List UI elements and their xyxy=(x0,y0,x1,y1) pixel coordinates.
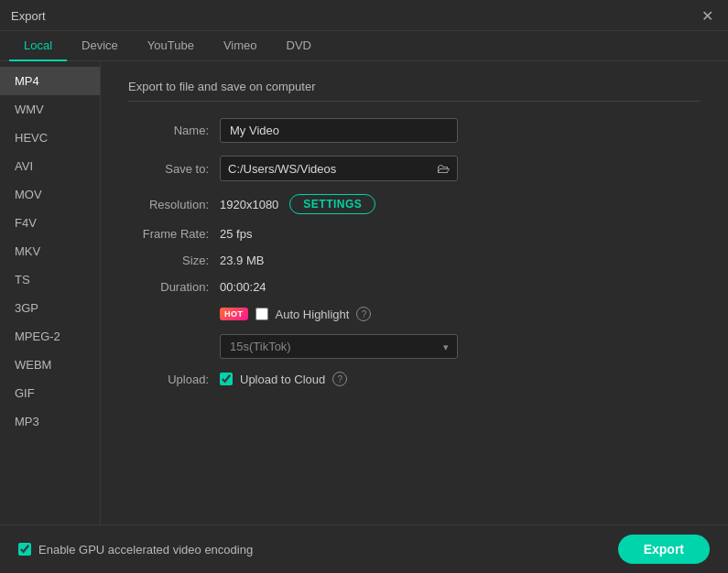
duration-value: 00:00:24 xyxy=(220,280,266,294)
gpu-row: Enable GPU accelerated video encoding xyxy=(18,543,253,557)
sidebar-item-mp4[interactable]: MP4 xyxy=(0,67,100,95)
sidebar-item-3gp[interactable]: 3GP xyxy=(0,294,100,322)
folder-icon[interactable]: 🗁 xyxy=(437,161,450,176)
name-input[interactable] xyxy=(220,118,458,143)
tab-youtube[interactable]: YouTube xyxy=(133,31,209,61)
duration-label: Duration: xyxy=(128,280,220,294)
resolution-label: Resolution: xyxy=(128,198,220,211)
upload-cloud-label: Upload to Cloud xyxy=(240,373,325,386)
sidebar-item-mkv[interactable]: MKV xyxy=(0,237,100,265)
resolution-row: Resolution: 1920x1080 SETTINGS xyxy=(128,194,701,214)
section-title: Export to file and save on computer xyxy=(128,80,701,102)
auto-highlight-label: Auto Highlight xyxy=(276,308,350,321)
tab-device[interactable]: Device xyxy=(67,31,133,61)
tab-dvd[interactable]: DVD xyxy=(272,31,326,61)
sidebar-item-mpeg2[interactable]: MPEG-2 xyxy=(0,322,100,351)
close-button[interactable]: ✕ xyxy=(698,7,717,25)
export-button[interactable]: Export xyxy=(618,535,710,564)
title-bar: Export ✕ xyxy=(0,0,728,31)
save-path-container: C:/Users/WS/Videos 🗁 xyxy=(220,156,458,181)
sidebar-item-webm[interactable]: WEBM xyxy=(0,351,100,379)
save-path-text: C:/Users/WS/Videos xyxy=(228,162,433,176)
sidebar-item-wmv[interactable]: WMV xyxy=(0,95,100,124)
sidebar-item-f4v[interactable]: F4V xyxy=(0,209,100,237)
upload-cloud-help-icon[interactable]: ? xyxy=(332,372,347,386)
format-sidebar: MP4 WMV HEVC AVI MOV F4V MKV TS 3GP MPEG… xyxy=(0,61,101,524)
upload-label: Upload: xyxy=(128,373,220,386)
tab-local[interactable]: Local xyxy=(9,31,67,61)
tiktok-dropdown-wrapper: 15s(TikTok) ▾ xyxy=(220,334,458,359)
bottom-bar: Enable GPU accelerated video encoding Ex… xyxy=(0,524,728,573)
upload-row: Upload: Upload to Cloud ? xyxy=(128,372,701,386)
settings-button[interactable]: SETTINGS xyxy=(289,194,375,214)
hot-badge: HOT xyxy=(220,308,248,320)
gpu-checkbox[interactable] xyxy=(18,543,31,556)
save-to-label: Save to: xyxy=(128,162,220,176)
size-value: 23.9 MB xyxy=(220,254,264,267)
auto-highlight-help-icon[interactable]: ? xyxy=(356,307,371,321)
name-row: Name: xyxy=(128,118,701,143)
resolution-value: 1920x1080 xyxy=(220,198,278,211)
tiktok-dropdown[interactable]: 15s(TikTok) xyxy=(220,334,458,359)
name-label: Name: xyxy=(128,124,220,137)
tabs-bar: Local Device YouTube Vimeo DVD xyxy=(0,31,728,61)
sidebar-item-mov[interactable]: MOV xyxy=(0,180,100,209)
upload-cloud-content: Upload to Cloud ? xyxy=(220,372,347,386)
export-window: Export ✕ Local Device YouTube Vimeo DVD … xyxy=(0,0,728,573)
gpu-label: Enable GPU accelerated video encoding xyxy=(38,543,253,557)
auto-highlight-content: HOT Auto Highlight ? xyxy=(220,307,371,321)
frame-rate-row: Frame Rate: 25 fps xyxy=(128,227,701,241)
sidebar-item-hevc[interactable]: HEVC xyxy=(0,124,100,152)
upload-cloud-checkbox[interactable] xyxy=(220,373,233,385)
main-panel: Export to file and save on computer Name… xyxy=(101,61,728,524)
frame-rate-value: 25 fps xyxy=(220,227,252,241)
duration-row: Duration: 00:00:24 xyxy=(128,280,701,294)
resolution-content: 1920x1080 SETTINGS xyxy=(220,194,375,214)
tiktok-dropdown-row: 15s(TikTok) ▾ xyxy=(128,334,701,359)
sidebar-item-avi[interactable]: AVI xyxy=(0,152,100,180)
tab-vimeo[interactable]: Vimeo xyxy=(209,31,272,61)
window-title: Export xyxy=(11,9,46,23)
content-area: MP4 WMV HEVC AVI MOV F4V MKV TS 3GP MPEG… xyxy=(0,61,728,524)
sidebar-item-mp3[interactable]: MP3 xyxy=(0,407,100,436)
sidebar-item-gif[interactable]: GIF xyxy=(0,379,100,407)
auto-highlight-row: HOT Auto Highlight ? xyxy=(128,307,701,321)
size-label: Size: xyxy=(128,254,220,267)
sidebar-item-ts[interactable]: TS xyxy=(0,265,100,294)
size-row: Size: 23.9 MB xyxy=(128,254,701,267)
save-to-row: Save to: C:/Users/WS/Videos 🗁 xyxy=(128,156,701,181)
auto-highlight-checkbox[interactable] xyxy=(255,308,268,320)
frame-rate-label: Frame Rate: xyxy=(128,227,220,241)
